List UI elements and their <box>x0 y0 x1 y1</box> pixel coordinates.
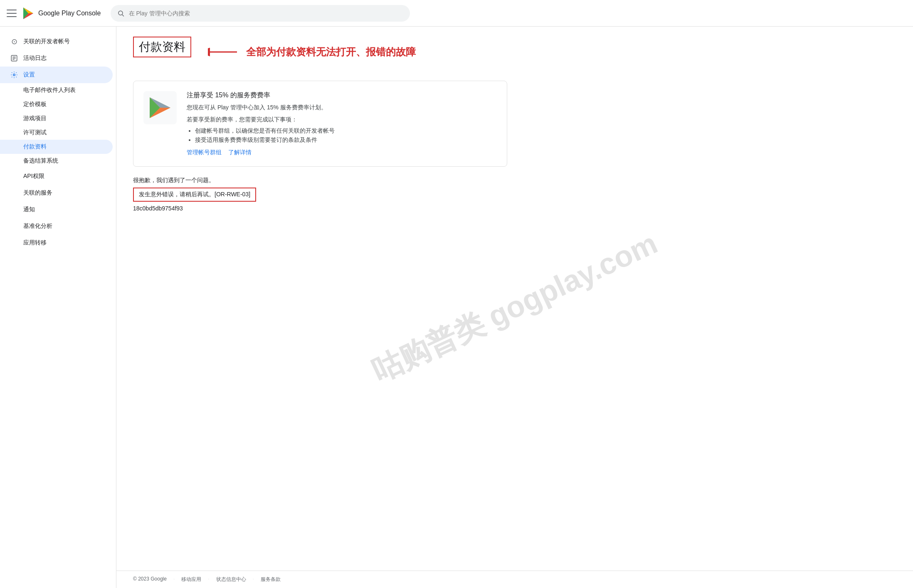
page-title-box: 付款资料 <box>133 37 191 57</box>
sidebar-item-notifications[interactable]: 通知 <box>0 201 113 218</box>
sidebar-label-settings: 设置 <box>23 71 35 79</box>
watermark: 咕购普类 gogplay.com <box>365 224 664 391</box>
promo-links: 管理帐号群组 了解详情 <box>187 149 497 156</box>
notifications-icon <box>10 205 18 214</box>
logo-area: Google Play Console <box>22 7 101 20</box>
footer-status-center[interactable]: 状态信息中心 <box>216 576 246 583</box>
logo-text: Google Play Console <box>38 10 101 17</box>
sidebar-label-api-access: API权限 <box>23 173 44 180</box>
error-section: 很抱歉，我们遇到了一个问题。 发生意外错误，请稍后再试。[OR-RWE-03] … <box>133 177 507 212</box>
sidebar-item-app-migration[interactable]: 应用转移 <box>0 235 113 251</box>
promo-link-manage-groups[interactable]: 管理帐号群组 <box>187 149 222 156</box>
sidebar-label-notifications: 通知 <box>23 206 35 213</box>
search-input[interactable] <box>129 10 404 17</box>
sidebar-label-baseline-analytics: 基准化分析 <box>23 222 52 230</box>
app-migration-icon <box>10 239 18 247</box>
baseline-analytics-icon <box>10 222 18 230</box>
search-bar[interactable] <box>111 5 410 22</box>
sidebar-label-email-recipients: 电子邮件收件人列表 <box>23 86 76 94</box>
annotation-wrapper: 全部为付款资料无法打开、报错的故障 <box>208 44 416 60</box>
linked-developer-icon: ⊙ <box>10 37 18 46</box>
promo-list-item-1: 创建帐号群组，以确保您是否有任何关联的开发者帐号 <box>195 127 497 135</box>
sidebar: ⊙ 关联的开发者帐号 活动日志 设置 电子邮件收件人列表 <box>0 27 116 588</box>
sidebar-item-api-access[interactable]: API权限 <box>0 168 113 185</box>
sidebar-label-app-migration: 应用转移 <box>23 239 47 247</box>
error-code-text: 发生意外错误，请稍后再试。[OR-RWE-03] <box>139 191 250 198</box>
promo-desc1: 您现在可从 Play 管理中心加入 15% 服务费费率计划。 <box>187 103 497 112</box>
sidebar-item-payment-info[interactable]: 付款资料 <box>0 140 113 154</box>
svg-point-10 <box>13 74 15 76</box>
error-message-box: 发生意外错误，请稍后再试。[OR-RWE-03] <box>133 188 256 202</box>
promo-desc2: 若要享受新的费率，您需要完成以下事项： <box>187 115 497 124</box>
promo-logo-icon <box>143 91 177 124</box>
sidebar-item-activity-log[interactable]: 活动日志 <box>0 50 113 67</box>
svg-line-5 <box>122 15 124 16</box>
google-play-logo-icon <box>22 7 35 20</box>
sidebar-item-pricing-templates[interactable]: 定价模板 <box>0 97 113 111</box>
linked-services-icon <box>10 189 18 197</box>
menu-button[interactable] <box>7 8 17 18</box>
footer-mobile-app[interactable]: 移动应用 <box>181 576 201 583</box>
annotation-arrow-icon <box>208 44 241 60</box>
sidebar-label-game-projects: 游戏项目 <box>23 115 47 122</box>
sidebar-label-activity-log: 活动日志 <box>23 54 47 62</box>
search-icon <box>117 10 124 17</box>
activity-log-icon <box>10 54 18 62</box>
sidebar-item-settings[interactable]: 设置 <box>0 67 113 83</box>
promo-content: 注册享受 15% 的服务费费率 您现在可从 Play 管理中心加入 15% 服务… <box>187 91 497 156</box>
api-access-icon <box>10 172 18 180</box>
annotation-text: 全部为付款资料无法打开、报错的故障 <box>246 45 416 59</box>
promo-card: 注册享受 15% 的服务费费率 您现在可从 Play 管理中心加入 15% 服务… <box>133 81 507 167</box>
svg-point-4 <box>118 11 123 15</box>
sidebar-label-cloud-billing: 备选结算系统 <box>23 157 58 165</box>
footer-copyright: © 2023 Google <box>133 576 167 583</box>
main-content: 咕购普类 gogplay.com 付款资料 全部为付款资料无法打开、报错的故障 <box>116 27 913 588</box>
footer: © 2023 Google · 移动应用 · 状态信息中心 · 服务条款 <box>116 571 913 588</box>
sidebar-label-linked-developer: 关联的开发者帐号 <box>23 38 70 45</box>
error-sorry-text: 很抱歉，我们遇到了一个问题。 <box>133 177 507 184</box>
promo-link-learn-more[interactable]: 了解详情 <box>228 149 252 156</box>
layout: ⊙ 关联的开发者帐号 活动日志 设置 电子邮件收件人列表 <box>0 27 913 588</box>
promo-list: 创建帐号群组，以确保您是否有任何关联的开发者帐号 接受适用服务费费率级别需要签订… <box>187 127 497 144</box>
promo-list-item-2: 接受适用服务费费率级别需要签订的条款及条件 <box>195 136 497 144</box>
sidebar-item-license-testing[interactable]: 许可测试 <box>0 126 113 140</box>
sidebar-label-payment-info: 付款资料 <box>23 143 47 151</box>
settings-icon <box>10 71 18 79</box>
sidebar-item-linked-developer[interactable]: ⊙ 关联的开发者帐号 <box>0 33 113 50</box>
sidebar-item-linked-services[interactable]: 关联的服务 <box>0 185 113 201</box>
promo-title: 注册享受 15% 的服务费费率 <box>187 91 497 100</box>
sidebar-item-email-recipients[interactable]: 电子邮件收件人列表 <box>0 83 113 97</box>
header: Google Play Console <box>0 0 913 27</box>
footer-terms[interactable]: 服务条款 <box>261 576 281 583</box>
sidebar-label-linked-services: 关联的服务 <box>23 189 52 197</box>
sidebar-item-baseline-analytics[interactable]: 基准化分析 <box>0 218 113 235</box>
sidebar-label-pricing-templates: 定价模板 <box>23 101 47 108</box>
error-id-text: 18c0bd5db9754f93 <box>133 205 183 212</box>
sidebar-item-game-projects[interactable]: 游戏项目 <box>0 111 113 126</box>
sidebar-item-cloud-billing[interactable]: 备选结算系统 <box>0 154 113 168</box>
page-title: 付款资料 <box>139 40 185 53</box>
sidebar-label-license-testing: 许可测试 <box>23 129 47 136</box>
